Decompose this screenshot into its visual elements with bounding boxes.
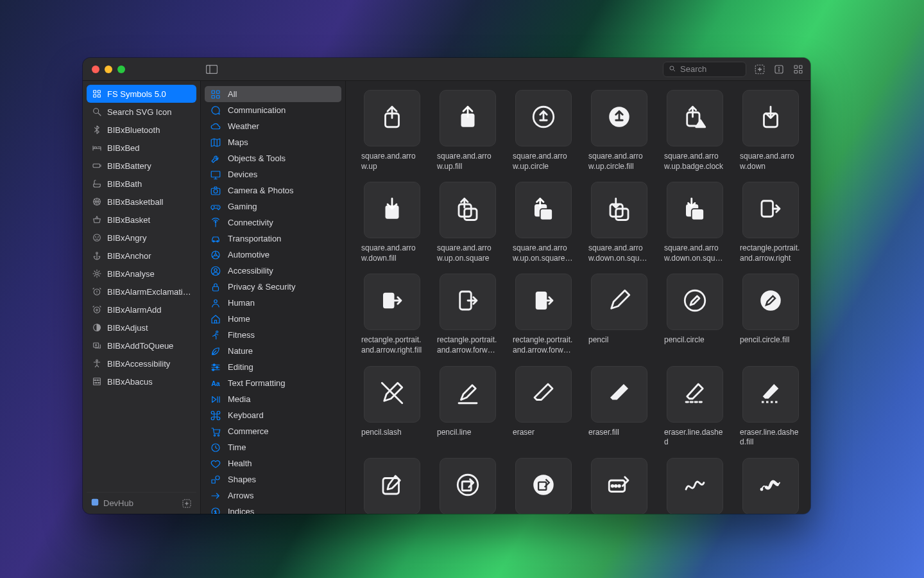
category-item-label: Editing	[228, 362, 253, 372]
category-item[interactable]: AaText Formatting	[205, 375, 341, 391]
source-item[interactable]: BIBxAnalyse	[87, 265, 196, 283]
symbol-tile	[591, 366, 647, 423]
symbol-item[interactable]: pencil.line	[436, 366, 500, 448]
share-stack-icon	[454, 195, 481, 225]
symbol-item[interactable]: square.and.arrow.up	[360, 90, 424, 171]
symbol-item[interactable]: eraser.line.dashed	[663, 366, 727, 448]
category-sidebar: AllCommunicationWeatherMapsObjects & Too…	[201, 81, 346, 514]
category-item[interactable]: Weather	[205, 118, 341, 134]
symbol-item[interactable]: scribble.variable	[739, 458, 803, 514]
category-item[interactable]: Accessibility	[205, 263, 341, 279]
svg-point-98	[533, 475, 554, 495]
symbol-item[interactable]: rectangle.portrait.and.arrow.forward.fil…	[511, 274, 576, 355]
symbol-label: eraser	[513, 428, 574, 438]
category-item-label: Camera & Photos	[228, 186, 294, 195]
category-item[interactable]: Home	[205, 311, 341, 327]
source-item-label: BIBxAdjust	[107, 323, 148, 333]
symbol-item[interactable]: square.and.arrow.up.circle	[511, 90, 576, 171]
category-item[interactable]: Keyboard	[205, 407, 341, 423]
category-item[interactable]: Arrows	[205, 487, 341, 504]
symbol-tile	[364, 274, 420, 330]
category-item[interactable]: Transportation	[205, 231, 341, 247]
symbol-item[interactable]: eraser.fill	[587, 366, 651, 448]
minimize-button[interactable]	[105, 66, 112, 73]
category-item[interactable]: Shapes	[205, 471, 341, 487]
category-item[interactable]: Time	[205, 439, 341, 455]
source-item[interactable]: BIBxBed	[87, 139, 196, 157]
search-field[interactable]	[663, 62, 746, 77]
search-input[interactable]	[680, 64, 788, 74]
category-item[interactable]: Human	[205, 295, 341, 311]
category-item[interactable]: Privacy & Security	[205, 279, 341, 295]
category-item-label: Commerce	[228, 426, 269, 436]
source-item[interactable]: BIBxAbacus	[87, 372, 196, 390]
category-item[interactable]: Devices	[205, 166, 341, 182]
symbol-item[interactable]: pencil	[587, 274, 651, 355]
symbol-tile	[591, 182, 647, 238]
add-source-button[interactable]	[181, 498, 193, 509]
queue-icon	[92, 340, 102, 351]
symbol-item[interactable]: square.and.pencil	[360, 458, 424, 514]
category-item[interactable]: Nature	[205, 343, 341, 359]
add-button[interactable]	[754, 64, 766, 75]
symbol-item[interactable]: rectangle.portrait.and.arrow.right	[739, 182, 803, 263]
category-item[interactable]: Camera & Photos	[205, 182, 341, 198]
symbol-item[interactable]: rectangle.portrait.and.arrow.forward	[436, 274, 500, 355]
source-item[interactable]: BIBxAngry	[87, 229, 196, 247]
source-item[interactable]: BIBxAlarmAdd	[87, 301, 196, 319]
category-item[interactable]: Fitness	[205, 327, 341, 343]
symbol-item[interactable]: eraser	[511, 366, 576, 448]
category-item[interactable]: All	[205, 86, 341, 102]
symbol-label: rectangle.portrait.and.arrow.forward.fil…	[513, 335, 574, 355]
symbol-item[interactable]: eraser.line.dashed.fill	[739, 366, 803, 448]
category-item[interactable]: Commerce	[205, 423, 341, 439]
symbol-item[interactable]: square.and.arrow.up.fill	[436, 90, 500, 171]
symbol-item[interactable]: square.and.arrow.up.circle.fill	[587, 90, 651, 171]
close-button[interactable]	[92, 66, 99, 73]
source-item[interactable]: Search SVG Icon	[87, 103, 196, 121]
symbol-item[interactable]: rectangle.portrait.and.arrow.right.fill	[360, 274, 424, 355]
source-item[interactable]: BIBxAnchor	[87, 247, 196, 265]
category-item[interactable]: Health	[205, 455, 341, 471]
symbol-item[interactable]: square.and.arrow.down.fill	[360, 182, 424, 263]
symbol-item[interactable]: scribble	[663, 458, 727, 514]
symbol-item[interactable]: square.and.arrow.down.on.square.fill	[663, 182, 727, 263]
category-item[interactable]: Maps	[205, 134, 341, 150]
source-item[interactable]: BIBxBattery	[87, 157, 196, 175]
category-item[interactable]: Automotive	[205, 247, 341, 263]
category-item[interactable]: Connectivity	[205, 215, 341, 231]
share-circle-fill-icon	[606, 103, 633, 133]
symbol-item[interactable]: square.and.pencil.circle	[436, 458, 500, 514]
category-item[interactable]: Objects & Tools	[205, 150, 341, 166]
category-item[interactable]: Editing	[205, 359, 341, 375]
symbol-item[interactable]: pencil.slash	[360, 366, 424, 448]
svg-point-103	[619, 485, 620, 487]
symbol-item[interactable]: square.and.pencil.circle.fill	[511, 458, 576, 514]
zoom-button[interactable]	[117, 66, 125, 73]
symbol-item[interactable]: square.and.arrow.down.on.square	[587, 182, 651, 263]
source-item[interactable]: BIBxAccessibility	[87, 355, 196, 372]
symbol-item[interactable]: square.and.arrow.up.on.square	[436, 182, 500, 263]
category-item[interactable]: Media	[205, 391, 341, 407]
source-item[interactable]: BIBxBath	[87, 175, 196, 193]
info-button[interactable]	[773, 64, 785, 75]
symbol-item[interactable]: square.and.arrow.down	[739, 90, 803, 171]
symbol-item[interactable]: square.and.arrow.up.on.square.fill	[511, 182, 576, 263]
category-item[interactable]: Communication	[205, 102, 341, 118]
source-item[interactable]: BIBxBasket	[87, 211, 196, 229]
symbol-item[interactable]: rectangle.and.pencil.and.ellipsis	[587, 458, 651, 514]
category-item[interactable]: 1Indices	[205, 504, 341, 514]
source-item[interactable]: BIBxBluetooth	[87, 121, 196, 139]
source-item[interactable]: BIBxAdjust	[87, 319, 196, 337]
toggle-sidebar-button[interactable]	[201, 65, 223, 74]
grid-view-button[interactable]	[792, 64, 804, 75]
source-item[interactable]: BIBxBasketball	[87, 193, 196, 211]
category-item[interactable]: Gaming	[205, 198, 341, 215]
source-item[interactable]: BIBxAlarmExclamati…	[87, 283, 196, 301]
symbol-tile	[742, 366, 799, 423]
source-item[interactable]: BIBxAddToQueue	[87, 337, 196, 355]
source-item[interactable]: FS Symbols 5.0	[87, 85, 196, 103]
symbol-item[interactable]: pencil.circle.fill	[739, 274, 803, 355]
symbol-item[interactable]: pencil.circle	[663, 274, 727, 355]
symbol-item[interactable]: !square.and.arrow.up.badge.clock	[663, 90, 727, 171]
